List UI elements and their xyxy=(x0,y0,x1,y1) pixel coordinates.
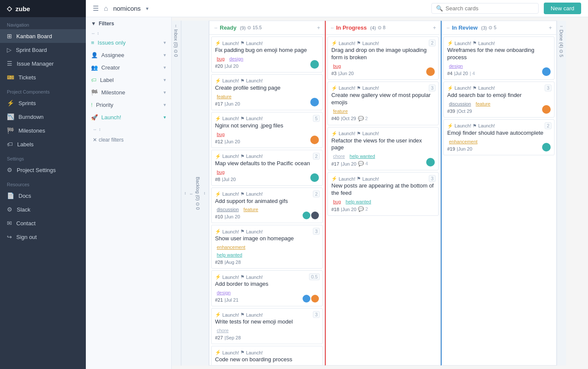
sprint-label-2: Launch! xyxy=(362,176,379,181)
expand-icon-3[interactable]: ↔ xyxy=(93,127,97,132)
card-sprint-row: ⚡ Launch! ⚑ Launch! xyxy=(331,85,435,91)
sidebar-item-milestones[interactable]: 🏁 Milestones xyxy=(0,124,86,137)
filter-creator[interactable]: 👥 Creator ▾ xyxy=(86,61,171,74)
sidebar-item-tickets[interactable]: 🎫 Tickets xyxy=(0,70,86,84)
sidebar-item-sprint[interactable]: ▷ Sprint Board xyxy=(0,43,86,57)
home-icon[interactable]: ⌂ xyxy=(104,5,108,12)
label-icon: 🏷 xyxy=(91,77,97,83)
clear-filters-button[interactable]: ✕ clear filters xyxy=(86,133,171,146)
table-row[interactable]: 0.5 ⚡ Launch! ⚑ Launch! Add border to im… xyxy=(211,270,323,306)
table-row[interactable]: 3 ⚡ Launch! ⚑ Launch! Add search bar to … xyxy=(443,82,555,118)
expand-icon-2[interactable]: ↕ xyxy=(97,31,99,36)
sprint-label-2: Launch! xyxy=(246,312,263,318)
inprogress-points: ⊙ 8 xyxy=(378,25,385,30)
inreview-add-icon[interactable]: + xyxy=(549,24,552,31)
sidebar-item-docs[interactable]: 📄 Docs xyxy=(0,189,86,203)
card-id: #12 xyxy=(215,139,223,144)
card-title: Wireframes for the new onboarding proces… xyxy=(447,47,551,61)
sprint-label-1: Launch! xyxy=(222,116,239,121)
filter-assignee[interactable]: 👤 Assignee ▾ xyxy=(86,49,171,61)
ready-expand-icon[interactable]: ↔ xyxy=(214,25,218,30)
card-title: Show user image on homepage xyxy=(215,235,319,242)
inbox-column[interactable]: ↔ Inbox (0) ⊙ 0 xyxy=(172,21,181,366)
sidebar-item-slack[interactable]: ⚙ Slack xyxy=(0,203,86,216)
filter-milestone[interactable]: 🏁 Milestone ▾ xyxy=(86,86,171,99)
table-row[interactable]: ⚡ Launch! ⚑ Launch! Fix padding bug on e… xyxy=(211,36,323,73)
card-meta: #19 | Jun 20 xyxy=(447,146,551,151)
inprogress-add-icon[interactable]: + xyxy=(433,24,436,31)
card-labels: bug xyxy=(331,63,435,69)
card-date: Jul 21 xyxy=(226,297,238,302)
logo-text: zube xyxy=(15,5,30,12)
table-row[interactable]: 5 ⚡ Launch! ⚑ Launch! Nginx not serving … xyxy=(211,112,323,148)
table-row[interactable]: 2 ⚡ Launch! ⚑ Launch! Map view defaults … xyxy=(211,150,323,186)
slack-icon: ⚙ xyxy=(7,206,12,213)
card-meta: #18 | Jun 20 💬 2 xyxy=(331,206,435,212)
table-row[interactable]: 2 ⚡ Launch! ⚑ Launch! Add support for an… xyxy=(211,188,323,224)
sidebar-item-project-settings[interactable]: ⚙ Project Settings xyxy=(0,163,86,177)
table-row[interactable]: 3 ⚡ Launch! ⚑ Launch! New posts are appe… xyxy=(327,172,439,216)
search-icon: 🔍 xyxy=(436,5,443,12)
clear-filters-x: ✕ xyxy=(93,137,97,143)
sidebar-item-contact[interactable]: ✉ Contact xyxy=(0,216,86,230)
expand-icon-1[interactable]: ↔ xyxy=(91,31,95,36)
sprint-icon-1: ⚡ xyxy=(331,40,337,46)
table-row[interactable]: 2 ⚡ Launch! ⚑ Launch! Emoji finder shoul… xyxy=(443,119,555,155)
new-card-button[interactable]: New card xyxy=(544,3,581,14)
table-row[interactable]: ⚡ Launch! ⚑ Launch! Code new on boarding… xyxy=(211,346,323,365)
sprint-label-1: Launch! xyxy=(222,229,239,234)
inbox-label: Inbox (0) ⊙ 0 xyxy=(173,29,179,57)
inreview-expand-icon[interactable]: ↔ xyxy=(446,25,450,30)
card-title: Add search bar to emoji finder xyxy=(447,92,551,99)
card-comment: 💬 4 xyxy=(358,161,368,166)
table-row[interactable]: ⚡ Launch! ⚑ Launch! Create profile setti… xyxy=(211,74,323,110)
card-labels: enhancement xyxy=(447,139,551,145)
sprint-label-1: Launch! xyxy=(222,41,239,46)
inreview-column-header: ↔ In Review (3) ⊙ 5 + xyxy=(442,21,556,35)
filter-label[interactable]: 🏷 Label ▾ xyxy=(86,74,171,86)
expand-icon-4[interactable]: ↕ xyxy=(99,127,101,132)
table-row[interactable]: 2 ⚡ Launch! ⚑ Launch! Drag and drop on t… xyxy=(327,36,439,80)
label-feature: feature xyxy=(331,108,349,114)
filter-priority[interactable]: ! Priority ▾ xyxy=(86,99,171,111)
sidebar-item-issue[interactable]: ☰ Issue Manager xyxy=(0,57,86,70)
card-date: Aug 28 xyxy=(226,260,241,265)
filter-expand-row: ↔ ↕ xyxy=(86,30,171,36)
table-row[interactable]: 3 ⚡ Launch! ⚑ Launch! Write tests for ne… xyxy=(211,308,323,344)
ready-add-icon[interactable]: + xyxy=(317,24,320,31)
sidebar-item-burndown[interactable]: 📉 Burndown xyxy=(0,110,86,124)
card-id: #40 xyxy=(331,116,339,121)
project-chevron-icon[interactable]: ▾ xyxy=(146,6,149,12)
card-number: 0.5 xyxy=(309,273,320,280)
label-bug: bug xyxy=(331,199,342,205)
sprints-icon: ⚡ xyxy=(7,100,14,106)
sprint-icon-1: ⚡ xyxy=(215,78,221,84)
search-box[interactable]: 🔍 xyxy=(431,3,539,14)
sprint-icon-1: ⚡ xyxy=(215,154,221,159)
table-row[interactable]: ⚡ Launch! ⚑ Launch! Refactor the views f… xyxy=(327,127,439,171)
search-input[interactable] xyxy=(446,5,531,12)
sprint-icon-1: ⚡ xyxy=(331,131,337,136)
sprint-label-1: Launch! xyxy=(455,41,471,46)
sprint-label-2: Launch! xyxy=(362,131,379,136)
backlog-column[interactable]: ↔ Backlog (0) ⊙ 0 ↕ ↔ xyxy=(181,21,209,366)
sprint-label-1: Launch! xyxy=(339,85,355,91)
table-row[interactable]: 3 ⚡ Launch! ⚑ Launch! Show user image on… xyxy=(211,225,323,269)
sidebar-label-contact: Contact xyxy=(16,220,36,227)
filter-issues-only[interactable]: ≡ Issues only ▾ xyxy=(86,36,171,49)
filter-launch[interactable]: 🚀 Launch! ▾ xyxy=(86,111,171,124)
inprogress-expand-icon[interactable]: ↔ xyxy=(330,25,334,30)
table-row[interactable]: 3 ⚡ Launch! ⚑ Launch! Create new gallery… xyxy=(327,82,439,125)
menu-icon[interactable]: ☰ xyxy=(93,4,99,12)
card-sprint-row: ⚡ Launch! ⚑ Launch! xyxy=(331,40,435,46)
card-sprint-row: ⚡ Launch! ⚑ Launch! xyxy=(215,191,319,197)
launch-icon: 🚀 xyxy=(91,114,98,121)
sidebar-label-signout: Sign out xyxy=(16,234,37,240)
milestone-label: Milestone xyxy=(101,89,164,96)
sidebar-item-signout[interactable]: ↪ Sign out xyxy=(0,230,86,244)
done-column[interactable]: ↔ Done (4) ⊙ 5 xyxy=(557,21,566,366)
sidebar-item-kanban[interactable]: ⊞ Kanban Board xyxy=(0,29,86,43)
table-row[interactable]: ⚡ Launch! ⚑ Launch! Wireframes for the n… xyxy=(443,36,555,80)
sidebar-item-labels[interactable]: 🏷 Labels xyxy=(0,137,86,151)
sidebar-item-sprints[interactable]: ⚡ Sprints xyxy=(0,96,86,110)
